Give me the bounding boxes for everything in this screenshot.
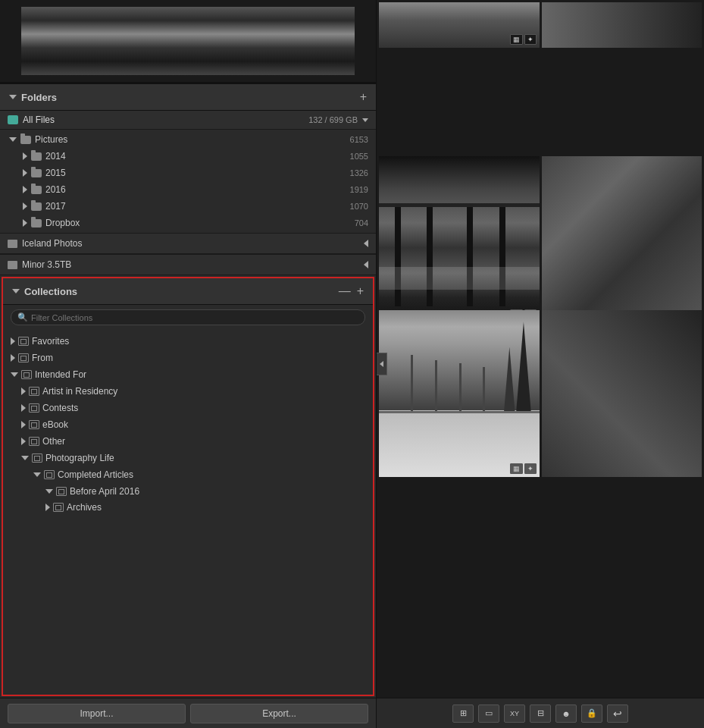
contests-label: Contests	[42, 403, 78, 413]
photo-4-badge-1: ▦	[510, 463, 523, 474]
folder-2016-icon	[31, 186, 42, 194]
folder-2016-expand-icon	[23, 186, 27, 193]
before-april-label: Before April 2016	[70, 486, 139, 497]
folder-2017-icon	[31, 202, 42, 211]
collection-favorites[interactable]: Favorites	[3, 333, 373, 350]
photo-4-badges: ▦ ✦	[510, 463, 537, 474]
other-expand-icon	[21, 438, 26, 445]
folder-dropbox-name: Dropbox	[45, 218, 80, 228]
favorites-set-icon	[18, 337, 29, 346]
pictures-folder-left: Pictures	[9, 134, 67, 145]
folder-2016-left: 2016	[23, 184, 66, 195]
top-thumbnail	[0, 0, 376, 83]
from-expand-icon	[11, 354, 15, 362]
folders-title: Folders	[21, 92, 57, 103]
collection-before-april-2016[interactable]: Before April 2016	[3, 483, 373, 500]
folder-2016-name: 2016	[45, 184, 66, 195]
folder-2015-left: 2015	[23, 168, 66, 178]
toolbar-loupe-btn[interactable]: ▭	[478, 704, 499, 723]
intended-for-label: Intended For	[35, 369, 86, 380]
pictures-folder-icon	[20, 136, 31, 144]
panel-collapse-arrow[interactable]	[377, 353, 387, 375]
all-files-count: 132 / 699 GB	[308, 115, 358, 124]
before-april-expand-icon	[45, 489, 53, 494]
intended-for-set-icon	[21, 370, 32, 379]
toolbar-lock-btn[interactable]: 🔒	[581, 704, 602, 723]
folder-2014-left: 2014	[23, 151, 66, 162]
photo-cell-3[interactable]: ★★	[542, 156, 702, 323]
toolbar-rotate-btn[interactable]: ↩	[607, 704, 628, 723]
pictures-folder-row[interactable]: Pictures 6153	[0, 131, 376, 148]
collection-tree: Favorites From Intended For Artist in Re…	[3, 330, 373, 695]
photo-cell-4[interactable]: ▦ ✦	[379, 310, 540, 477]
pictures-expand-icon	[9, 137, 17, 142]
ebook-label: eBook	[42, 419, 68, 430]
folder-dropbox-count: 704	[355, 218, 368, 228]
folder-2016[interactable]: 2016 1919	[0, 181, 376, 198]
folder-2014[interactable]: 2014 1055	[0, 148, 376, 165]
before-april-set-icon	[56, 487, 67, 496]
all-files-row[interactable]: All Files 132 / 699 GB	[0, 111, 376, 130]
folder-2016-count: 1919	[350, 185, 368, 194]
photo-cell-1b[interactable]	[542, 2, 702, 48]
all-files-drive-icon	[8, 115, 18, 124]
completed-articles-label: Completed Articles	[58, 469, 133, 480]
iceland-drive-left: Iceland Photos	[8, 238, 82, 249]
iceland-drive-collapse-icon	[364, 240, 368, 247]
photo-cell-2[interactable]: ▦ ✦	[379, 156, 540, 323]
minor-drive-name: Minor 3.5TB	[22, 259, 71, 270]
folder-2015-name: 2015	[45, 168, 66, 178]
collections-collapse-icon	[12, 289, 20, 293]
collection-from[interactable]: From	[3, 350, 373, 366]
toolbar-survey-btn[interactable]: ⊟	[530, 704, 551, 723]
collection-intended-for[interactable]: Intended For	[3, 366, 373, 383]
collection-photography-life[interactable]: Photography Life	[3, 450, 373, 466]
folders-add-button[interactable]: +	[360, 90, 367, 104]
iceland-drive-icon	[8, 240, 17, 248]
folder-2015-expand-icon	[23, 169, 27, 177]
photo-4-badge-2: ✦	[524, 463, 537, 474]
collections-add-button[interactable]: +	[357, 284, 364, 298]
ebook-expand-icon	[21, 421, 26, 428]
collection-contests[interactable]: Contests	[3, 400, 373, 416]
photography-life-set-icon	[32, 453, 42, 463]
collections-filter-input[interactable]	[31, 313, 358, 322]
folders-section-header[interactable]: Folders +	[0, 83, 376, 111]
folder-2014-icon	[31, 152, 42, 161]
contests-set-icon	[29, 403, 39, 413]
bottom-toolbar: ⊞ ▭ XY ⊟ ☻ 🔒 ↩	[377, 698, 704, 728]
folder-2015-count: 1326	[350, 168, 368, 177]
folders-collapse-icon	[9, 95, 17, 99]
other-set-icon	[29, 437, 39, 446]
all-files-left: All Files	[8, 115, 55, 125]
folder-dropbox[interactable]: Dropbox 704	[0, 215, 376, 231]
intended-for-expand-icon	[11, 372, 18, 377]
folder-2015[interactable]: 2015 1326	[0, 165, 376, 181]
collection-other[interactable]: Other	[3, 433, 373, 450]
iceland-photos-drive[interactable]: Iceland Photos	[0, 233, 376, 254]
collections-header[interactable]: Collections — +	[3, 278, 373, 305]
export-button[interactable]: Export...	[190, 704, 368, 723]
folder-dropbox-expand-icon	[23, 219, 27, 227]
collection-artist-in-residency[interactable]: Artist in Residency	[3, 383, 373, 400]
archives-expand-icon	[45, 504, 50, 511]
toolbar-grid-btn[interactable]: ⊞	[452, 704, 474, 723]
toolbar-people-btn[interactable]: ☻	[555, 704, 577, 723]
toolbar-compare-btn[interactable]: XY	[504, 704, 525, 723]
photo-cell-1[interactable]: ▦ ✦	[379, 2, 540, 48]
artist-expand-icon	[21, 388, 26, 395]
import-button[interactable]: Import...	[8, 704, 186, 723]
folder-2015-icon	[31, 169, 42, 177]
collection-completed-articles[interactable]: Completed Articles	[3, 466, 373, 483]
top-thumb-image	[21, 7, 355, 75]
collection-ebook[interactable]: eBook	[3, 416, 373, 433]
collection-archives[interactable]: Archives	[3, 500, 373, 515]
folder-2017[interactable]: 2017 1070	[0, 198, 376, 215]
collections-filter-row: 🔍	[3, 305, 373, 330]
collections-remove-button[interactable]: —	[339, 285, 351, 297]
minor-drive[interactable]: Minor 3.5TB	[0, 254, 376, 275]
minor-drive-left: Minor 3.5TB	[8, 259, 71, 270]
collections-search-icon: 🔍	[17, 312, 28, 322]
collapse-arrow-icon	[380, 361, 383, 367]
photo-cell-5[interactable]	[542, 310, 702, 477]
